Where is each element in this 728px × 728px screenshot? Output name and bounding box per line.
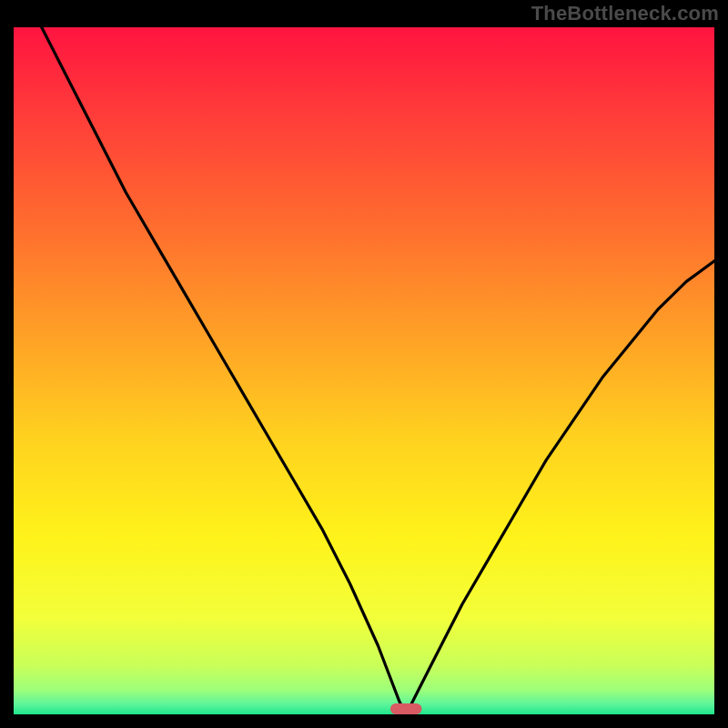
chart-frame: TheBottleneck.com (0, 0, 728, 728)
watermark-text: TheBottleneck.com (531, 2, 719, 25)
optimum-marker (390, 703, 422, 714)
plot-area (14, 27, 714, 714)
bottleneck-chart (14, 27, 714, 714)
